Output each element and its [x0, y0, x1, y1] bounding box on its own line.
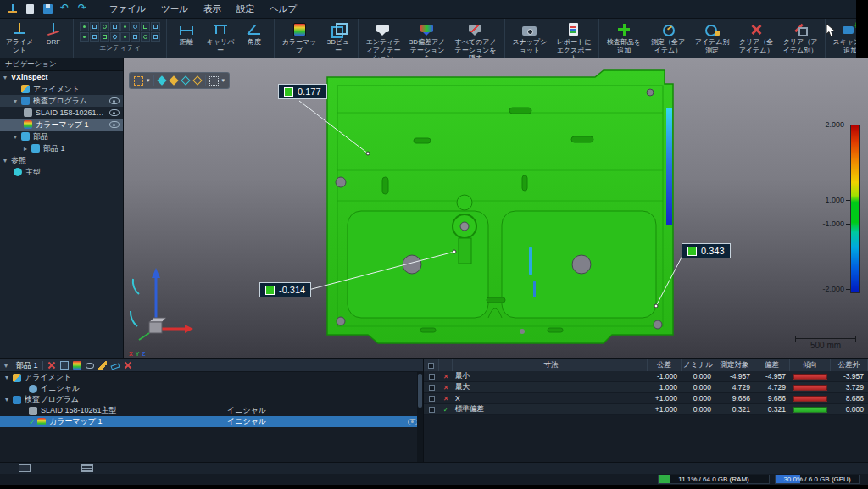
nav-item-reference[interactable]: 参照 [0, 154, 123, 166]
report-export-button[interactable]: レポートにエクスポート [552, 20, 596, 64]
result-item-slaid-mesh[interactable]: SLAID 158-10261主型イニシャル [0, 405, 423, 416]
entity-icon[interactable] [90, 32, 99, 42]
clear-all-items-button[interactable]: クリア（全アイテム） [734, 20, 778, 55]
chevron-down-icon[interactable] [4, 362, 12, 370]
table-row[interactable]: X +1.000 0.000 9.686 9.686 8.686 [424, 393, 868, 404]
measure-per-item-button[interactable]: アイテム別測定 [690, 20, 734, 55]
menu-help[interactable]: ヘルプ [263, 2, 303, 17]
entity-annotation-button[interactable]: エンティティアノテーション [361, 20, 405, 64]
3d-viewport[interactable]: ▾ ▾ 0.177 -0.314 0.343 XYZ 2.000 [124, 58, 868, 358]
drf-button[interactable]: DRF [36, 20, 70, 47]
distance-button[interactable]: 距離 [170, 20, 203, 47]
measure-all-items-button[interactable]: 測定（全アイテム） [646, 20, 690, 55]
table-row[interactable]: 標準偏差 +1.000 0.000 0.321 0.321 0.000 [424, 404, 868, 415]
result-item-colormap-1[interactable]: ✓カラーマップ 1イニシャル [0, 416, 423, 427]
chevron-right-icon[interactable] [24, 145, 31, 153]
chevron-down-icon[interactable] [14, 133, 21, 141]
menu-view[interactable]: 表示 [197, 2, 228, 17]
eye-icon[interactable] [109, 109, 120, 116]
entity-icon[interactable] [151, 32, 160, 42]
col-out-of-tolerance[interactable]: 公差外 [831, 359, 868, 371]
col-dimension[interactable]: 寸法 [453, 359, 648, 371]
entity-icon[interactable] [120, 32, 130, 42]
layout-toggle-icon[interactable] [19, 464, 31, 472]
flip-view-icon[interactable] [181, 75, 190, 85]
redo-icon[interactable] [77, 3, 90, 15]
deviation-annotation-button[interactable]: 3D偏差アノテーションを [405, 20, 449, 64]
col-deviation[interactable]: 偏差 [754, 359, 790, 371]
menu-settings[interactable]: 設定 [230, 2, 261, 17]
3d-view-button[interactable]: 3Dビュー [321, 20, 355, 55]
close-icon[interactable] [124, 361, 132, 370]
fit-view-icon[interactable] [192, 75, 202, 85]
orientation-triad[interactable] [125, 250, 197, 345]
result-item-inspection-program[interactable]: 検査プログラム [0, 394, 423, 405]
nav-item-slaid-mesh[interactable]: SLAID 158-10261主型 [0, 107, 123, 119]
row-checkbox[interactable] [429, 385, 435, 391]
entity-icon[interactable] [90, 22, 99, 31]
col-trend[interactable]: 傾向 [790, 359, 831, 371]
clear-per-item-button[interactable]: クリア（アイテム別） [778, 20, 822, 55]
entity-icon[interactable] [131, 32, 140, 42]
entity-icon[interactable] [151, 22, 160, 31]
alignment-tool-icon[interactable] [60, 361, 69, 370]
spin-right-icon[interactable] [169, 75, 178, 85]
table-row[interactable]: 最小 -1.000 0.000 -4.957 -4.957 -3.957 [424, 371, 868, 382]
entity-icon[interactable] [100, 22, 109, 31]
chevron-down-icon[interactable] [3, 74, 11, 81]
deviation-annotation[interactable]: -0.314 [259, 282, 311, 297]
save-icon[interactable] [42, 3, 54, 15]
row-checkbox[interactable] [429, 396, 435, 402]
col-tolerance[interactable]: 公差 [648, 359, 682, 371]
menu-tools[interactable]: ツール [154, 2, 195, 17]
caliper-button[interactable]: キャリパー [203, 20, 237, 55]
nav-item-alignment[interactable]: アライメント [0, 83, 123, 95]
entity-icon[interactable] [120, 22, 130, 31]
eye-icon[interactable] [86, 363, 94, 369]
navigation-cube-icon[interactable] [6, 3, 19, 15]
select-all-checkbox[interactable] [428, 363, 434, 369]
col-measured[interactable]: 測定対象 [715, 359, 754, 371]
nav-item-part-1[interactable]: 部品 1 [0, 142, 123, 154]
vertical-scrollbar[interactable] [417, 372, 423, 462]
undo-icon[interactable] [59, 3, 72, 15]
hide-annotations-button[interactable]: すべてのアノテーションを隠す [449, 20, 502, 64]
selection-mode-icon[interactable] [134, 76, 143, 86]
eye-icon[interactable] [109, 97, 120, 104]
colormap-tool-icon[interactable] [73, 361, 81, 370]
snapshot-button[interactable]: スナップショット [508, 20, 552, 55]
entity-icon[interactable] [141, 32, 150, 42]
spin-left-icon[interactable] [157, 75, 166, 85]
eye-icon[interactable] [109, 121, 120, 128]
surface-select-icon[interactable] [209, 76, 219, 86]
dropdown-caret-icon[interactable]: ▾ [147, 77, 150, 84]
entity-icon[interactable] [110, 32, 120, 42]
alignment-button[interactable]: アライメント [3, 20, 36, 55]
colormap-button[interactable]: カラーマップ [277, 20, 321, 55]
delete-icon[interactable] [47, 361, 56, 370]
col-nominal[interactable]: ノミナル [682, 359, 715, 371]
chevron-down-icon[interactable] [5, 374, 13, 381]
chevron-down-icon[interactable] [5, 396, 13, 403]
list-toggle-icon[interactable] [81, 464, 93, 472]
row-checkbox[interactable] [429, 407, 435, 413]
entity-icon[interactable] [100, 32, 109, 42]
entity-icon[interactable] [80, 22, 89, 31]
nav-item-master[interactable]: 主型 [0, 166, 123, 178]
add-inspection-part-button[interactable]: 検査部品を追加 [602, 20, 646, 55]
result-item-alignment[interactable]: アライメント [0, 372, 423, 383]
entity-icon[interactable] [80, 32, 89, 42]
deviation-annotation[interactable]: 0.177 [278, 84, 327, 99]
part-3d-model[interactable] [124, 58, 868, 358]
nav-item-inspection-program[interactable]: 検査プログラム [0, 95, 123, 107]
angle-button[interactable]: 角度 [237, 20, 271, 47]
nav-item-parts[interactable]: 部品 [0, 131, 123, 142]
chevron-down-icon[interactable] [3, 157, 11, 164]
menu-file[interactable]: ファイル [103, 2, 153, 17]
nav-item-colormap-1[interactable]: カラーマップ 1 [0, 119, 123, 131]
result-item-initial[interactable]: イニシャル [0, 383, 423, 394]
new-session-icon[interactable] [24, 3, 36, 15]
deviation-annotation[interactable]: 0.343 [682, 243, 731, 258]
dropdown-caret-icon[interactable]: ▾ [222, 77, 225, 84]
entity-icon[interactable] [131, 22, 140, 31]
